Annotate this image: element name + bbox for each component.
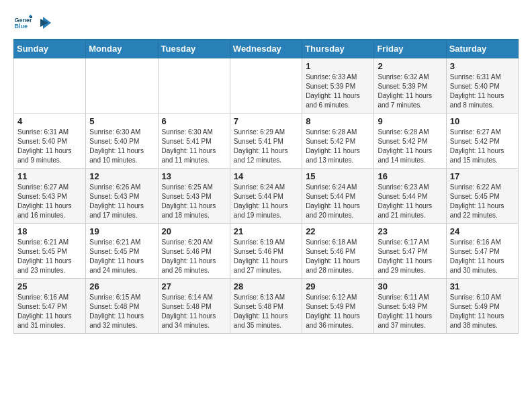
calendar-cell: 20Sunrise: 6:20 AM Sunset: 5:46 PM Dayli…	[158, 224, 230, 279]
calendar-cell: 12Sunrise: 6:26 AM Sunset: 5:43 PM Dayli…	[86, 169, 158, 224]
page-header: General Blue	[13, 13, 519, 32]
day-info: Sunrise: 6:28 AM Sunset: 5:42 PM Dayligh…	[306, 128, 370, 165]
day-number: 31	[450, 281, 515, 291]
day-number: 1	[306, 61, 370, 71]
calendar-cell: 9Sunrise: 6:28 AM Sunset: 5:42 PM Daylig…	[374, 113, 446, 169]
calendar-cell: 6Sunrise: 6:30 AM Sunset: 5:41 PM Daylig…	[158, 113, 230, 169]
day-info: Sunrise: 6:23 AM Sunset: 5:44 PM Dayligh…	[378, 183, 442, 220]
day-header-saturday: Saturday	[446, 40, 518, 58]
day-info: Sunrise: 6:16 AM Sunset: 5:47 PM Dayligh…	[17, 293, 82, 330]
day-info: Sunrise: 6:21 AM Sunset: 5:45 PM Dayligh…	[17, 238, 82, 275]
calendar-cell: 28Sunrise: 6:13 AM Sunset: 5:48 PM Dayli…	[230, 279, 302, 334]
day-number: 29	[306, 281, 370, 291]
logo: General Blue	[13, 13, 52, 32]
day-number: 13	[162, 171, 226, 181]
day-number: 23	[378, 226, 442, 236]
calendar-cell: 17Sunrise: 6:22 AM Sunset: 5:45 PM Dayli…	[446, 169, 518, 224]
calendar-cell	[230, 58, 302, 113]
calendar-cell: 19Sunrise: 6:21 AM Sunset: 5:45 PM Dayli…	[86, 224, 158, 279]
calendar-table: SundayMondayTuesdayWednesdayThursdayFrid…	[13, 39, 519, 334]
day-number: 6	[162, 116, 226, 126]
calendar-cell	[14, 58, 86, 113]
calendar-cell: 21Sunrise: 6:19 AM Sunset: 5:46 PM Dayli…	[230, 224, 302, 279]
day-info: Sunrise: 6:17 AM Sunset: 5:47 PM Dayligh…	[378, 238, 442, 275]
day-number: 14	[234, 171, 298, 181]
calendar-cell: 5Sunrise: 6:30 AM Sunset: 5:40 PM Daylig…	[86, 113, 158, 169]
calendar-cell: 23Sunrise: 6:17 AM Sunset: 5:47 PM Dayli…	[374, 224, 446, 279]
day-number: 20	[162, 226, 226, 236]
calendar-cell: 3Sunrise: 6:31 AM Sunset: 5:40 PM Daylig…	[446, 58, 518, 113]
calendar-cell: 14Sunrise: 6:24 AM Sunset: 5:44 PM Dayli…	[230, 169, 302, 224]
calendar-week-2: 4Sunrise: 6:31 AM Sunset: 5:40 PM Daylig…	[14, 113, 519, 169]
calendar-cell: 25Sunrise: 6:16 AM Sunset: 5:47 PM Dayli…	[14, 279, 86, 334]
svg-text:General: General	[14, 17, 32, 24]
calendar-cell: 13Sunrise: 6:25 AM Sunset: 5:43 PM Dayli…	[158, 169, 230, 224]
day-info: Sunrise: 6:27 AM Sunset: 5:43 PM Dayligh…	[17, 183, 82, 220]
calendar-cell: 15Sunrise: 6:24 AM Sunset: 5:44 PM Dayli…	[302, 169, 374, 224]
day-number: 19	[89, 226, 154, 236]
day-number: 17	[450, 171, 515, 181]
day-info: Sunrise: 6:29 AM Sunset: 5:41 PM Dayligh…	[234, 128, 298, 165]
day-number: 18	[17, 226, 82, 236]
day-info: Sunrise: 6:24 AM Sunset: 5:44 PM Dayligh…	[234, 183, 298, 220]
calendar-cell: 29Sunrise: 6:12 AM Sunset: 5:49 PM Dayli…	[302, 279, 374, 334]
day-number: 30	[378, 281, 442, 291]
day-number: 11	[17, 171, 82, 181]
calendar-cell: 11Sunrise: 6:27 AM Sunset: 5:43 PM Dayli…	[14, 169, 86, 224]
logo-arrow-icon	[38, 15, 52, 30]
day-number: 7	[234, 116, 298, 126]
calendar-cell: 22Sunrise: 6:18 AM Sunset: 5:46 PM Dayli…	[302, 224, 374, 279]
calendar-cell: 27Sunrise: 6:14 AM Sunset: 5:48 PM Dayli…	[158, 279, 230, 334]
day-info: Sunrise: 6:18 AM Sunset: 5:46 PM Dayligh…	[306, 238, 370, 275]
day-info: Sunrise: 6:21 AM Sunset: 5:45 PM Dayligh…	[89, 238, 154, 275]
day-info: Sunrise: 6:30 AM Sunset: 5:40 PM Dayligh…	[89, 128, 154, 165]
day-info: Sunrise: 6:11 AM Sunset: 5:49 PM Dayligh…	[378, 293, 442, 330]
calendar-cell: 10Sunrise: 6:27 AM Sunset: 5:42 PM Dayli…	[446, 113, 518, 169]
day-info: Sunrise: 6:32 AM Sunset: 5:39 PM Dayligh…	[378, 73, 442, 110]
day-info: Sunrise: 6:19 AM Sunset: 5:46 PM Dayligh…	[234, 238, 298, 275]
day-header-wednesday: Wednesday	[230, 40, 302, 58]
day-info: Sunrise: 6:20 AM Sunset: 5:46 PM Dayligh…	[162, 238, 226, 275]
day-number: 10	[450, 116, 515, 126]
calendar-cell: 7Sunrise: 6:29 AM Sunset: 5:41 PM Daylig…	[230, 113, 302, 169]
calendar-cell: 16Sunrise: 6:23 AM Sunset: 5:44 PM Dayli…	[374, 169, 446, 224]
day-header-sunday: Sunday	[14, 40, 86, 58]
day-info: Sunrise: 6:27 AM Sunset: 5:42 PM Dayligh…	[450, 128, 515, 165]
day-number: 2	[378, 61, 442, 71]
day-number: 22	[306, 226, 370, 236]
day-info: Sunrise: 6:14 AM Sunset: 5:48 PM Dayligh…	[162, 293, 226, 330]
svg-text:Blue: Blue	[14, 23, 28, 30]
day-number: 26	[89, 281, 154, 291]
day-header-tuesday: Tuesday	[158, 40, 230, 58]
day-number: 28	[234, 281, 298, 291]
day-header-monday: Monday	[86, 40, 158, 58]
day-number: 25	[17, 281, 82, 291]
day-info: Sunrise: 6:33 AM Sunset: 5:39 PM Dayligh…	[306, 73, 370, 110]
day-info: Sunrise: 6:10 AM Sunset: 5:49 PM Dayligh…	[450, 293, 515, 330]
day-info: Sunrise: 6:28 AM Sunset: 5:42 PM Dayligh…	[378, 128, 442, 165]
logo-icon: General Blue	[13, 13, 32, 32]
day-number: 9	[378, 116, 442, 126]
calendar-week-4: 18Sunrise: 6:21 AM Sunset: 5:45 PM Dayli…	[14, 224, 519, 279]
day-number: 5	[89, 116, 154, 126]
day-number: 12	[89, 171, 154, 181]
day-number: 24	[450, 226, 515, 236]
calendar-header: SundayMondayTuesdayWednesdayThursdayFrid…	[14, 40, 519, 58]
calendar-cell: 18Sunrise: 6:21 AM Sunset: 5:45 PM Dayli…	[14, 224, 86, 279]
day-info: Sunrise: 6:25 AM Sunset: 5:43 PM Dayligh…	[162, 183, 226, 220]
calendar-cell: 8Sunrise: 6:28 AM Sunset: 5:42 PM Daylig…	[302, 113, 374, 169]
calendar-cell: 26Sunrise: 6:15 AM Sunset: 5:48 PM Dayli…	[86, 279, 158, 334]
day-header-thursday: Thursday	[302, 40, 374, 58]
calendar-week-5: 25Sunrise: 6:16 AM Sunset: 5:47 PM Dayli…	[14, 279, 519, 334]
calendar-week-3: 11Sunrise: 6:27 AM Sunset: 5:43 PM Dayli…	[14, 169, 519, 224]
day-number: 27	[162, 281, 226, 291]
day-info: Sunrise: 6:30 AM Sunset: 5:41 PM Dayligh…	[162, 128, 226, 165]
calendar-cell: 2Sunrise: 6:32 AM Sunset: 5:39 PM Daylig…	[374, 58, 446, 113]
calendar-cell: 30Sunrise: 6:11 AM Sunset: 5:49 PM Dayli…	[374, 279, 446, 334]
day-info: Sunrise: 6:24 AM Sunset: 5:44 PM Dayligh…	[306, 183, 370, 220]
day-info: Sunrise: 6:16 AM Sunset: 5:47 PM Dayligh…	[450, 238, 515, 275]
calendar-cell: 31Sunrise: 6:10 AM Sunset: 5:49 PM Dayli…	[446, 279, 518, 334]
day-number: 15	[306, 171, 370, 181]
day-number: 16	[378, 171, 442, 181]
day-number: 8	[306, 116, 370, 126]
